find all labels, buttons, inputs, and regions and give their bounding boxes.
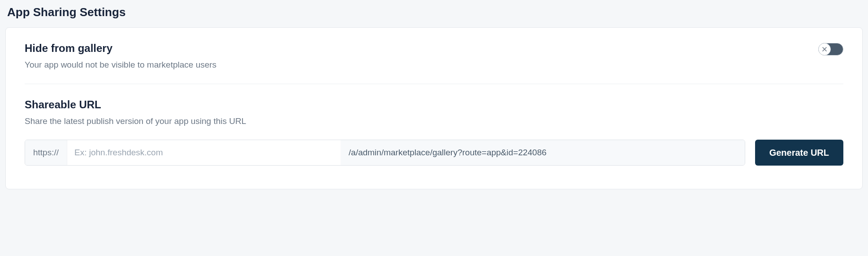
generate-url-button[interactable]: Generate URL — [755, 140, 843, 166]
section-divider — [25, 84, 843, 84]
toggle-knob — [818, 43, 831, 55]
shareable-url-row: https:// /a/admin/marketplace/gallery?ro… — [25, 140, 843, 166]
url-input-group: https:// /a/admin/marketplace/gallery?ro… — [25, 140, 745, 166]
hide-from-gallery-toggle[interactable] — [818, 43, 843, 55]
hide-from-gallery-title: Hide from gallery — [25, 42, 818, 55]
shareable-url-section: Shareable URL Share the latest publish v… — [25, 98, 843, 166]
page-title: App Sharing Settings — [5, 5, 863, 19]
close-icon — [822, 45, 827, 53]
shareable-url-description: Share the latest publish version of your… — [25, 115, 843, 128]
url-path-suffix: /a/admin/marketplace/gallery?route=app&i… — [341, 140, 745, 165]
shareable-url-title: Shareable URL — [25, 98, 843, 111]
settings-card: Hide from gallery Your app would not be … — [5, 27, 863, 189]
hide-from-gallery-description: Your app would not be visible to marketp… — [25, 59, 818, 71]
hide-from-gallery-section: Hide from gallery Your app would not be … — [25, 42, 843, 71]
hide-from-gallery-text: Hide from gallery Your app would not be … — [25, 42, 818, 71]
url-protocol-prefix: https:// — [25, 140, 67, 165]
url-domain-input[interactable] — [67, 140, 341, 165]
